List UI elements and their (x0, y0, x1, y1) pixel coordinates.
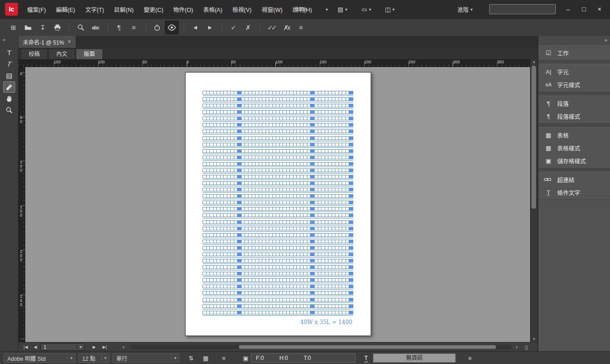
menu-item[interactable]: 物件(O) (168, 5, 198, 14)
panel-item-table-styles[interactable]: ▦ 表格樣式 (538, 141, 610, 154)
type-on-path-tool[interactable]: T (3, 58, 15, 70)
conditional-text-icon: T (544, 189, 553, 196)
screen-mode-dropdown[interactable]: ▭ ▾ (361, 0, 371, 18)
canvas[interactable]: 40W x 35L = 1400 (25, 67, 530, 342)
ruler-label: 0 (186, 60, 189, 64)
menu-item[interactable]: 視窗(W) (257, 5, 288, 14)
tab-story[interactable]: 內文 (48, 49, 75, 59)
menu-item[interactable]: 表格(A) (198, 5, 227, 14)
panel-item-assignments[interactable]: ☑ 工作 (538, 46, 610, 59)
info-menu-button[interactable]: ≡ (465, 353, 475, 363)
arrange-documents-icon: ◫ (385, 6, 390, 13)
panel-section: A| 字元 aA 字元樣式 (538, 64, 610, 92)
panel-item-character-styles[interactable]: aA 字元樣式 (538, 78, 610, 91)
vertical-scrollbar-thumb[interactable] (531, 66, 536, 209)
close-tab-icon[interactable]: × (68, 39, 71, 45)
ruler-label: 250 (19, 294, 23, 307)
scroll-up-icon[interactable]: ▴ (531, 59, 537, 65)
previous-page-button[interactable]: ◀ (31, 342, 40, 352)
zoom-tool[interactable] (3, 104, 15, 116)
grid-caption: 40W x 35L = 1400 (300, 319, 352, 325)
arrange-documents-dropdown[interactable]: ◫ ▾ (385, 0, 395, 18)
horizontal-scrollbar-thumb[interactable] (239, 345, 496, 349)
horizontal-scrollbar[interactable] (130, 345, 512, 349)
accept-change-button[interactable]: ✓ (226, 21, 240, 34)
grid-line (203, 117, 353, 123)
composer-select[interactable]: 單行 ▾ (113, 353, 179, 363)
eyedropper-tool[interactable] (3, 81, 15, 93)
new-document-button[interactable]: ⊞ (6, 21, 20, 34)
track-changes-toggle-button[interactable] (150, 21, 164, 34)
panel-item-paragraph[interactable]: ¶ 段落 (538, 97, 610, 110)
panel-item-paragraph-styles[interactable]: ¶ 段落樣式 (538, 110, 610, 123)
last-page-button[interactable]: ▶| (100, 342, 109, 352)
menu-item[interactable]: 文字(T) (80, 5, 109, 14)
check-icon: ✓ (231, 24, 236, 31)
view-options-dropdown[interactable]: ▤ ▾ (338, 0, 347, 18)
reject-all-changes-button[interactable]: ✗x (279, 21, 293, 34)
document-tab[interactable]: 未命名-1 @ 51% × (18, 36, 76, 48)
note-tool[interactable]: ▤ (3, 70, 15, 81)
accept-all-changes-button[interactable]: ✓✓ (265, 21, 278, 34)
save-content-button[interactable]: ↧ (36, 21, 50, 34)
show-changes-button[interactable] (165, 21, 179, 34)
vertical-ruler[interactable]: 050100150200250 (18, 67, 25, 342)
expand-tools-icon[interactable]: » (3, 37, 6, 42)
panel-item-hyperlinks[interactable]: 超連結 (538, 173, 610, 186)
page[interactable]: 40W x 35L = 1400 (185, 72, 371, 336)
close-button[interactable]: × (592, 3, 607, 15)
tab-layout[interactable]: 版面 (76, 49, 103, 59)
chevron-down-icon: ▾ (171, 356, 179, 360)
type-tool[interactable]: T (3, 47, 15, 58)
cell-styles-icon: ▣ (544, 157, 553, 164)
spread-view-icon[interactable]: ▯ (522, 344, 531, 350)
grid-line (203, 129, 353, 136)
menu-item[interactable]: 檔案(F) (22, 5, 51, 14)
collapse-panels-icon[interactable]: « (604, 37, 606, 43)
vertical-scrollbar[interactable]: ▴ ▾ (530, 59, 537, 342)
scroll-right-icon[interactable]: › (514, 342, 520, 352)
menu-item[interactable]: 檢視(V) (227, 5, 257, 14)
tab-galley[interactable]: 校稿 (21, 49, 48, 59)
grid-line (203, 207, 353, 213)
panel-item-character[interactable]: A| 字元 (538, 65, 610, 78)
next-change-button[interactable]: ▶ (203, 21, 217, 34)
panel-item-conditional-text[interactable]: T 條件文字 (538, 186, 610, 199)
font-size-select[interactable]: 12 點 ▾ (79, 353, 109, 363)
text-direction-button[interactable]: ⇅ (186, 353, 196, 363)
show-hidden-characters-button[interactable]: ¶ (112, 21, 126, 34)
next-page-button[interactable]: ▶ (90, 342, 98, 352)
menu-item[interactable]: 變更(C) (139, 5, 168, 14)
kinsoku-button[interactable]: ▣ (241, 353, 251, 363)
kinsoku-icon: ▣ (243, 355, 249, 362)
minimize-button[interactable]: – (560, 3, 576, 15)
zoom-dropdown[interactable]: 51% ▾ (295, 0, 328, 18)
text-status-button[interactable]: T (361, 353, 371, 363)
statusbar-menu-button[interactable]: ≡ (219, 353, 229, 363)
panel-item-cell-styles[interactable]: ▣ 儲存格樣式 (538, 154, 610, 167)
scroll-left-icon[interactable]: ‹ (120, 342, 127, 352)
frame-grid-button[interactable]: ▦ (201, 353, 211, 363)
font-select[interactable]: Adobe 明體 Std ▾ (4, 353, 75, 363)
text-options-menu-button[interactable]: ≡ (127, 21, 141, 34)
panel-item-table[interactable]: ▦ 表格 (538, 129, 610, 141)
open-button[interactable] (21, 21, 35, 34)
page-number-combo[interactable]: 1 ▾ (40, 343, 85, 351)
find-button[interactable] (74, 21, 88, 34)
chevron-down-icon: ▾ (102, 356, 109, 360)
changes-menu-button[interactable]: ≡ (294, 21, 308, 34)
print-button[interactable] (51, 21, 64, 34)
scroll-down-icon[interactable]: ▾ (531, 336, 537, 342)
horizontal-ruler[interactable]: 15010050050100150200250300350 (18, 59, 530, 67)
previous-change-button[interactable]: ◀ (188, 21, 202, 34)
workspace-dropdown[interactable]: 進階 ▾ (458, 0, 473, 18)
hand-tool[interactable] (3, 93, 15, 104)
reject-change-button[interactable]: ✗ (241, 21, 255, 34)
menu-item[interactable]: 註解(N) (109, 5, 139, 14)
maximize-button[interactable]: □ (576, 3, 592, 15)
copyfit-info: F:0 H:0 T:0 (251, 353, 356, 363)
first-page-button[interactable]: |◀ (21, 342, 30, 352)
search-input[interactable] (489, 4, 556, 14)
spellcheck-button[interactable]: abc (89, 21, 102, 34)
menu-item[interactable]: 編輯(E) (51, 5, 80, 14)
